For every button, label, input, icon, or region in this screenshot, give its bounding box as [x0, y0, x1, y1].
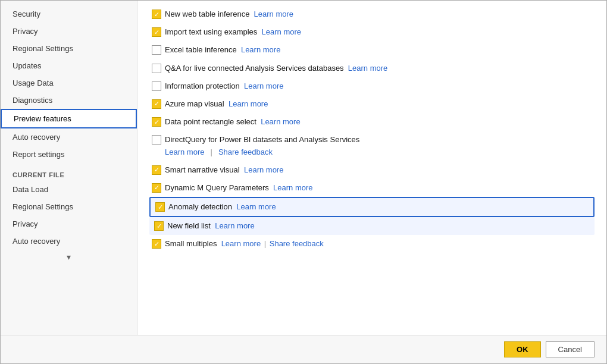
- checkbox-smart-narrative[interactable]: ✓: [152, 165, 161, 175]
- learn-more-new-field-list[interactable]: Learn more: [215, 221, 254, 230]
- learn-more-azure-map[interactable]: Learn more: [229, 99, 268, 108]
- feature-row-dynamic-m: ✓ Dynamic M Query Parameters Learn more: [149, 179, 595, 197]
- feature-row-new-field-list: ✓ New field list Learn more: [149, 217, 595, 235]
- checkbox-qa-live[interactable]: [152, 64, 161, 73]
- options-dialog: Security Privacy Regional Settings Updat…: [0, 0, 607, 364]
- feature-row-qa-live: Q&A for live connected Analysis Services…: [149, 59, 595, 77]
- dialog-footer: OK Cancel: [1, 335, 606, 363]
- checkbox-small-multiples[interactable]: ✓: [152, 239, 161, 249]
- feature-row-small-multiples: ✓ Small multiples Learn more | Share fee…: [149, 235, 595, 253]
- main-content: ✓ New web table inference Learn more ✓ I…: [137, 1, 606, 335]
- checkbox-import-text[interactable]: ✓: [152, 27, 161, 37]
- feature-label-directquery: DirectQuery for Power BI datasets and An…: [165, 134, 592, 157]
- sidebar-item-security[interactable]: Security: [1, 5, 137, 23]
- feature-label-small-multiples: Small multiples Learn more | Share feedb…: [165, 239, 592, 249]
- share-feedback-small-multiples[interactable]: Share feedback: [270, 239, 324, 248]
- checkbox-dynamic-m[interactable]: ✓: [152, 183, 161, 193]
- current-file-section-header: CURRENT FILE: [1, 163, 137, 181]
- feature-row-smart-narrative: ✓ Smart narrative visual Learn more: [149, 161, 595, 179]
- sidebar-item-report-settings[interactable]: Report settings: [1, 146, 137, 163]
- sidebar-item-usage-data[interactable]: Usage Data: [1, 74, 137, 92]
- feature-row-new-web-table: ✓ New web table inference Learn more: [149, 5, 595, 23]
- feature-row-import-text: ✓ Import text using examples Learn more: [149, 23, 595, 41]
- sidebar-item-regional-settings[interactable]: Regional Settings: [1, 40, 137, 57]
- feature-label-excel-table: Excel table inference Learn more: [165, 45, 592, 55]
- learn-more-data-point-rect[interactable]: Learn more: [261, 117, 300, 126]
- sidebar-item-updates[interactable]: Updates: [1, 57, 137, 74]
- checkbox-new-field-list[interactable]: ✓: [154, 221, 164, 231]
- learn-more-new-web-table[interactable]: Learn more: [254, 10, 293, 18]
- learn-more-qa-live[interactable]: Learn more: [348, 64, 387, 73]
- feature-label-new-web-table: New web table inference Learn more: [165, 9, 592, 20]
- learn-more-info-protection[interactable]: Learn more: [244, 81, 283, 90]
- feature-row-data-point-rect: ✓ Data point rectangle select Learn more: [149, 113, 595, 131]
- feature-label-info-protection: Information protection Learn more: [165, 81, 592, 92]
- checkbox-info-protection[interactable]: [152, 81, 161, 91]
- feature-row-anomaly-detection: ✓ Anomaly detection Learn more: [149, 197, 595, 217]
- feature-label-qa-live: Q&A for live connected Analysis Services…: [165, 63, 592, 74]
- learn-more-import-text[interactable]: Learn more: [262, 27, 301, 36]
- sidebar-item-auto-recovery[interactable]: Auto recovery: [1, 128, 137, 146]
- separator-small-multiples: |: [262, 239, 268, 248]
- feature-row-directquery: DirectQuery for Power BI datasets and An…: [149, 131, 595, 161]
- learn-more-anomaly-detection[interactable]: Learn more: [236, 202, 276, 211]
- feature-label-smart-narrative: Smart narrative visual Learn more: [165, 165, 592, 175]
- checkbox-azure-map[interactable]: ✓: [152, 99, 161, 109]
- checkbox-excel-table[interactable]: [152, 45, 161, 55]
- feature-label-import-text: Import text using examples Learn more: [165, 27, 592, 37]
- checkbox-anomaly-detection[interactable]: ✓: [155, 202, 165, 212]
- sidebar-scroll-down[interactable]: ▾: [1, 250, 137, 264]
- feature-row-excel-table: Excel table inference Learn more: [149, 41, 595, 59]
- ok-button[interactable]: OK: [504, 341, 541, 357]
- feature-label-dynamic-m: Dynamic M Query Parameters Learn more: [165, 183, 592, 193]
- sidebar-item-diagnostics[interactable]: Diagnostics: [1, 92, 137, 109]
- dialog-body: Security Privacy Regional Settings Updat…: [1, 1, 606, 335]
- sidebar-item-auto-recovery-cf[interactable]: Auto recovery: [1, 233, 137, 250]
- learn-more-smart-narrative[interactable]: Learn more: [244, 165, 283, 174]
- feature-label-new-field-list: New field list Learn more: [167, 221, 590, 231]
- feature-row-azure-map: ✓ Azure map visual Learn more: [149, 95, 595, 113]
- learn-more-dynamic-m[interactable]: Learn more: [273, 183, 312, 192]
- sidebar-item-privacy[interactable]: Privacy: [1, 23, 137, 40]
- sidebar-item-regional-settings-cf[interactable]: Regional Settings: [1, 198, 137, 215]
- feature-row-info-protection: Information protection Learn more: [149, 77, 595, 95]
- learn-more-directquery[interactable]: Learn more: [165, 147, 204, 158]
- share-feedback-directquery[interactable]: Share feedback: [218, 147, 273, 158]
- feature-label-azure-map: Azure map visual Learn more: [165, 99, 592, 109]
- sidebar-item-preview-features[interactable]: Preview features: [1, 109, 137, 128]
- feature-label-anomaly-detection: Anomaly detection Learn more: [168, 202, 589, 212]
- checkbox-data-point-rect[interactable]: ✓: [152, 117, 161, 127]
- checkbox-directquery[interactable]: [152, 135, 161, 145]
- sidebar-item-data-load[interactable]: Data Load: [1, 181, 137, 198]
- learn-more-excel-table[interactable]: Learn more: [241, 45, 280, 54]
- checkbox-new-web-table[interactable]: ✓: [152, 10, 161, 19]
- cancel-button[interactable]: Cancel: [546, 341, 595, 357]
- sidebar-item-privacy-cf[interactable]: Privacy: [1, 215, 137, 233]
- separator-directquery: |: [210, 147, 212, 158]
- sidebar: Security Privacy Regional Settings Updat…: [1, 1, 137, 335]
- learn-more-small-multiples[interactable]: Learn more: [221, 239, 261, 248]
- feature-label-data-point-rect: Data point rectangle select Learn more: [165, 117, 592, 127]
